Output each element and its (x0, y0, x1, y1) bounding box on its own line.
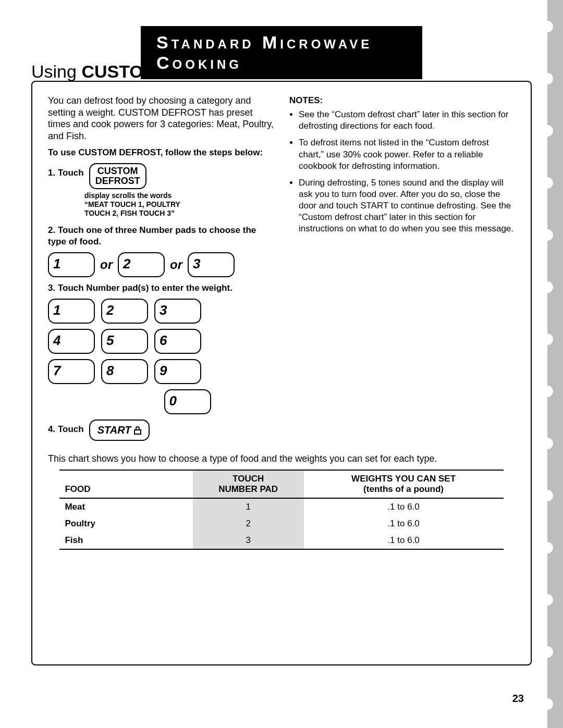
keypad-2[interactable]: 2 (118, 252, 165, 277)
keypad-9[interactable]: 9 (154, 359, 201, 384)
keypad-4[interactable]: 4 (48, 329, 95, 354)
notes-header: NOTES: (289, 95, 515, 106)
col-number-pad: TOUCHNUMBER PAD (193, 470, 304, 498)
table-row: Fish 3 .1 to 6.0 (59, 532, 503, 549)
content-frame: You can defrost food by choosing a categ… (31, 81, 532, 665)
table-row: Poultry 2 .1 to 6.0 (59, 515, 503, 532)
chart-intro: This chart shows you how to choose a typ… (48, 453, 515, 464)
note-item: See the “Custom defrost chart” later in … (299, 109, 515, 132)
food-type-key-row: 1 or 2 or 3 (48, 252, 274, 277)
step-2-label: 2. Touch one of three Number pads to cho… (48, 225, 274, 247)
keypad-8[interactable]: 8 (101, 359, 148, 384)
keypad-7[interactable]: 7 (48, 359, 95, 384)
table-row: Meat 1 .1 to 6.0 (59, 498, 503, 515)
left-column: You can defrost food by choosing a categ… (48, 95, 274, 443)
keypad-1[interactable]: 1 (48, 299, 95, 324)
keypad-6[interactable]: 6 (154, 329, 201, 354)
keypad-3[interactable]: 3 (188, 252, 235, 277)
col-weights: WEIGHTS YOU CAN SET(tenths of a pound) (304, 470, 504, 498)
col-food: FOOD (59, 470, 192, 498)
step-4-label: 4. Touch (48, 424, 84, 435)
note-item: During defrosting, 5 tones sound and the… (299, 177, 515, 235)
cell-weight: .1 to 6.0 (304, 498, 504, 515)
note-item: To defrost items not listed in the “Cust… (299, 137, 515, 171)
notes-list: See the “Custom defrost chart” later in … (289, 109, 515, 235)
cell-food: Fish (59, 532, 192, 549)
title-prefix: Using (31, 61, 81, 81)
cell-weight: .1 to 6.0 (304, 532, 504, 549)
cell-pad: 3 (193, 532, 304, 549)
display-scroll-text: display scrolls the words “MEAT TOUCH 1,… (84, 191, 274, 217)
or-text: or (100, 257, 113, 273)
section-banner: Standard Microwave Cooking (141, 26, 422, 79)
custom-defrost-line2: DEFROST (95, 176, 140, 186)
cell-pad: 1 (193, 498, 304, 515)
keypad-3[interactable]: 3 (154, 299, 201, 324)
keypad-0[interactable]: 0 (164, 389, 211, 414)
keypad-5[interactable]: 5 (101, 329, 148, 354)
start-label: START (97, 424, 131, 437)
cell-pad: 2 (193, 515, 304, 532)
page-number: 23 (512, 693, 524, 705)
table-header-row: FOOD TOUCHNUMBER PAD WEIGHTS YOU CAN SET… (59, 470, 503, 498)
keypad-2[interactable]: 2 (101, 299, 148, 324)
custom-defrost-button[interactable]: CUSTOM DEFROST (89, 163, 146, 189)
cell-food: Poultry (59, 515, 192, 532)
cell-weight: .1 to 6.0 (304, 515, 504, 532)
keypad-1[interactable]: 1 (48, 252, 95, 277)
defrost-chart-table: FOOD TOUCHNUMBER PAD WEIGHTS YOU CAN SET… (59, 470, 503, 550)
custom-defrost-line1: CUSTOM (97, 166, 138, 176)
number-keypad: 1 2 3 4 5 6 7 8 9 0 (48, 299, 274, 414)
right-column: NOTES: See the “Custom defrost chart” la… (289, 95, 515, 443)
lock-icon (134, 426, 141, 435)
step-3-label: 3. Touch Number pad(s) to enter the weig… (48, 282, 274, 293)
cell-food: Meat (59, 498, 192, 515)
page: Standard Microwave Cooking Using CUSTOM … (0, 0, 563, 728)
intro-paragraph: You can defrost food by choosing a categ… (48, 95, 274, 142)
thumb-tab-edge (547, 0, 563, 728)
step-1-label: 1. Touch (48, 167, 84, 178)
start-button[interactable]: START (89, 419, 150, 441)
steps-header: To use CUSTOM DEFROST, follow the steps … (48, 147, 274, 158)
or-text: or (170, 257, 182, 273)
